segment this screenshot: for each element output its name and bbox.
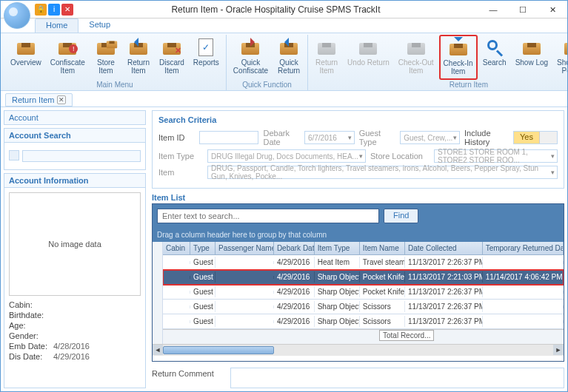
include-history-toggle[interactable]: Yes — [513, 131, 558, 144]
table-cell: Travel steam... — [360, 257, 405, 268]
table-cell — [163, 305, 190, 308]
scroll-thumb[interactable] — [163, 346, 274, 354]
find-button[interactable]: Find — [384, 209, 418, 223]
guest-type-label: Guest Type — [359, 129, 395, 146]
confiscate-item-button[interactable]: !Confiscate Item — [47, 35, 89, 80]
item-id-label: Item ID — [158, 133, 195, 142]
grid-body: Guest4/29/2016Heat ItemTravel steam...11… — [163, 255, 564, 329]
quick-confiscate-button[interactable]: Quick Confiscate — [230, 35, 272, 80]
table-row[interactable]: ▸Guest4/29/2016Sharp ObjectsPocket Knife… — [163, 270, 564, 285]
item-type-select[interactable]: DRUG Illegal Drug, Docs Documents, HEA..… — [207, 149, 366, 163]
table-cell: Pocket Knife — [360, 286, 405, 297]
sec-tab-return-item[interactable]: Return Item ✕ — [5, 93, 73, 107]
table-cell — [163, 276, 190, 279]
table-cell: Sharp Objects — [315, 316, 360, 327]
scroll-left-arrow-icon[interactable]: ◄ — [153, 345, 163, 355]
table-row[interactable]: Guest4/29/2016Sharp ObjectsScissors11/13… — [163, 314, 564, 329]
search-criteria-title: Search Criteria — [158, 115, 558, 124]
table-cell: 4/29/2016 — [274, 316, 315, 327]
dis-date-value: 4/29/2016 — [53, 352, 90, 361]
debark-date-label: Debark Date — [263, 129, 299, 146]
birthdate-label: Birthdate: — [9, 311, 53, 320]
return-comment-input[interactable] — [230, 368, 564, 388]
table-cell: 11/13/2017 2:21:03 PM — [405, 271, 483, 283]
grid-row-indicator-gutter — [153, 242, 163, 344]
sec-tab-close-icon[interactable]: ✕ — [57, 95, 66, 104]
store-item-button[interactable]: Store Item — [90, 35, 121, 80]
col-type[interactable]: Type — [190, 242, 215, 254]
col-debark-date[interactable]: Debark Date — [274, 242, 315, 254]
table-cell: Scissors — [360, 301, 405, 312]
account-search-input[interactable] — [22, 150, 141, 162]
table-cell — [163, 320, 190, 323]
overview-button[interactable]: Overview — [7, 35, 45, 80]
reports-button[interactable]: Reports — [190, 35, 223, 80]
qat-lock-icon[interactable]: 🔒 — [35, 4, 47, 16]
item-list-title: Item List — [152, 192, 564, 203]
grid-group-panel[interactable]: Drag a column header here to group by th… — [153, 228, 564, 242]
col-item-type[interactable]: Item Type — [315, 242, 360, 254]
app-logo[interactable] — [4, 2, 30, 29]
item-select[interactable]: DRUG, Passport, Candle, Torch lighters, … — [207, 166, 558, 179]
table-row[interactable]: Guest4/29/2016Sharp ObjectsScissors11/13… — [163, 300, 564, 314]
item-type-label: Item Type — [158, 152, 203, 160]
table-cell — [215, 320, 274, 323]
table-row[interactable]: Guest4/29/2016Sharp ObjectsPocket Knife1… — [163, 285, 564, 300]
check-out-item-button[interactable]: Check-Out Item — [395, 35, 438, 80]
col-date-collected[interactable]: Date Collected — [405, 242, 483, 254]
guest-type-select[interactable]: Guest, Crew,... — [400, 131, 460, 144]
qat-close-icon[interactable]: ✕ — [61, 4, 73, 16]
dis-date-label: Dis Date: — [9, 352, 53, 361]
scroll-right-arrow-icon[interactable]: ► — [553, 345, 564, 355]
window-minimize-button[interactable]: — — [478, 1, 508, 18]
main-tabstrip: Home Setup — [1, 18, 567, 33]
tab-setup[interactable]: Setup — [78, 18, 121, 33]
qat-info-icon[interactable]: i — [48, 4, 60, 16]
tab-home[interactable]: Home — [35, 18, 78, 33]
table-cell: Sharp Objects — [315, 286, 360, 297]
table-cell — [483, 291, 564, 294]
account-search-icon[interactable] — [9, 150, 19, 160]
grid-footer: Total Record... — [163, 329, 564, 344]
show-log-button[interactable]: Show Log — [512, 35, 552, 80]
table-cell: Heat Item — [315, 257, 360, 268]
window-maximize-button[interactable]: ☐ — [508, 1, 538, 18]
table-cell — [163, 291, 190, 294]
table-cell: Guest — [190, 271, 215, 283]
search-criteria-panel: Search Criteria Item ID Debark Date 6/7/… — [152, 110, 564, 189]
table-cell: 4/29/2016 — [274, 257, 315, 268]
table-cell: Guest — [190, 316, 215, 327]
grid-horizontal-scrollbar[interactable]: ◄ ► — [153, 344, 564, 356]
table-cell: 11/13/2017 2:26:37 PM — [405, 286, 483, 297]
item-id-input[interactable] — [199, 131, 258, 144]
table-cell: Pocket Knife — [360, 271, 405, 283]
store-location-select[interactable]: STORE1 STORE ROOM 1, STORE2 STORE ROO... — [434, 149, 558, 163]
table-cell: 11/14/2017 4:06:42 PM — [483, 271, 564, 283]
show-log-person-button[interactable]: Show Log Person — [553, 35, 568, 80]
grid-search-input[interactable] — [157, 209, 379, 223]
col-item-name[interactable]: Item Name — [360, 242, 405, 254]
grid-header: Cabin Type Passenger Name Debark Date It… — [163, 242, 564, 255]
account-info-title: Account Information — [4, 174, 145, 188]
table-cell: Guest — [190, 301, 215, 312]
ri-return-item-button[interactable]: Return Item — [311, 35, 342, 80]
col-passenger-name[interactable]: Passenger Name — [215, 242, 274, 254]
group-quick-function-label: Quick Function — [230, 80, 304, 90]
table-row[interactable]: Guest4/29/2016Heat ItemTravel steam...11… — [163, 255, 564, 270]
table-cell: 11/13/2017 2:26:37 PM — [405, 257, 483, 268]
check-in-item-button[interactable]: Check-In Item — [439, 35, 478, 80]
table-cell: Guest — [190, 257, 215, 268]
search-button[interactable]: Search — [479, 35, 510, 80]
ribbon: Overview !Confiscate Item Store Item Ret… — [1, 33, 567, 91]
discard-item-button[interactable]: ✕Discard Item — [156, 35, 188, 80]
undo-return-button[interactable]: Undo Return — [344, 35, 393, 80]
col-temp-returned-date[interactable]: Temporary Returned Date — [483, 242, 564, 254]
return-item-button[interactable]: Return Item — [123, 35, 154, 80]
account-search-title: Account Search — [4, 129, 145, 143]
title-bar: 🔒 i ✕ Return Item - Oracle Hospitality C… — [1, 1, 567, 18]
include-history-label: Include History — [464, 129, 509, 146]
debark-date-select[interactable]: 6/7/2016 — [304, 131, 355, 144]
quick-return-button[interactable]: Quick Return — [273, 35, 304, 80]
window-close-button[interactable]: ✕ — [538, 1, 567, 18]
col-cabin[interactable]: Cabin — [163, 242, 190, 254]
